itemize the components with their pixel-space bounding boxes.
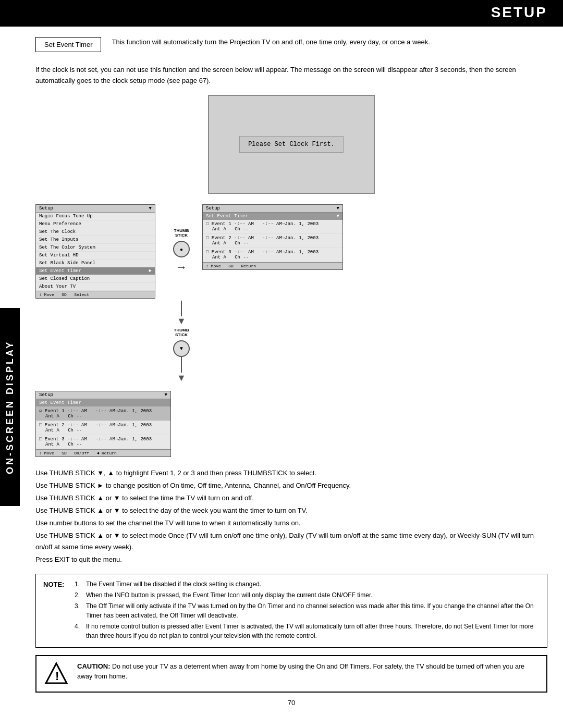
event-timer-screen-right: Setup ▼ Set Event Timer ▼ □ Event 1 -:--… xyxy=(202,204,348,270)
menu-item-10: About Your TV xyxy=(36,283,155,291)
set-event-timer-box: Set Event Timer xyxy=(35,37,101,52)
event-timer-screen-bottom: Setup ▼ Set Event Timer ☑ Event 1 -:-- A… xyxy=(35,386,161,457)
caution-text: Do not use your TV as a deterrent when a… xyxy=(77,663,524,680)
menu-item-5: Set The Color System xyxy=(36,244,155,252)
instruction-5: Use number buttons to set the channel th… xyxy=(35,517,547,529)
thumb-stick-top: THUMBSTICK ● → xyxy=(173,228,190,274)
instructions-section: Use THUMB STICK ▼, ▲ to highlight Event … xyxy=(35,467,547,566)
menu-item-9: Set Closed Caption xyxy=(36,275,155,283)
thumb-stick-bottom: THUMBSTICK ▼ xyxy=(173,328,190,357)
menu-item-7: Set Black Side Panel xyxy=(36,260,155,267)
intro-description: This function will automatically turn th… xyxy=(112,37,547,47)
instruction-7: Press EXIT to quit the menu. xyxy=(35,554,547,565)
menu-item-1: Magic Focus Tune Up xyxy=(36,213,155,220)
clock-message: Please Set Clock First. xyxy=(239,136,344,153)
instruction-2: Use THUMB STICK ► to change position of … xyxy=(35,480,547,491)
page-number: 70 xyxy=(35,699,547,707)
instruction-3: Use THUMB STICK ▲ or ▼ to select the tim… xyxy=(35,492,547,504)
header-title: SETUP xyxy=(491,4,547,20)
caution-box: ! CAUTION: Do not use your TV as a deter… xyxy=(35,655,547,693)
note-title: NOTE: xyxy=(43,579,69,590)
svg-text:!: ! xyxy=(55,670,59,683)
menu-item-set-event-timer: Set Event Timer ► xyxy=(36,267,155,275)
note-box: NOTE: 1.The Event Timer will be disabled… xyxy=(35,574,547,648)
note-items: 1.The Event Timer will be disabled if th… xyxy=(75,579,540,642)
setup-menu-screen: Setup ▼ Magic Focus Tune Up Menu Prefere… xyxy=(35,204,161,299)
tv-screen: Please Set Clock First. xyxy=(208,95,375,194)
menu-item-3: Set The Clock xyxy=(36,228,155,236)
header: SETUP xyxy=(0,0,563,27)
menu-item-4: Set The Inputs xyxy=(36,236,155,244)
menu-item-2: Menu Preference xyxy=(36,220,155,228)
instruction-6: Use THUMB STICK ▲ or ▼ to select mode On… xyxy=(35,530,547,553)
diagrams-section: Setup ▼ Magic Focus Tune Up Menu Prefere… xyxy=(35,204,547,457)
sidebar-label: ON-SCREEN DISPLAY xyxy=(0,308,20,506)
menu-item-6: Set Virtual HD xyxy=(36,252,155,260)
caution-icon: ! xyxy=(44,661,69,686)
caution-title: CAUTION: xyxy=(77,662,111,670)
instruction-4: Use THUMB STICK ▲ or ▼ to select the day… xyxy=(35,505,547,516)
instruction-1: Use THUMB STICK ▼, ▲ to highlight Event … xyxy=(35,467,547,479)
paragraph-text: If the clock is not set, you can not use… xyxy=(35,65,547,87)
